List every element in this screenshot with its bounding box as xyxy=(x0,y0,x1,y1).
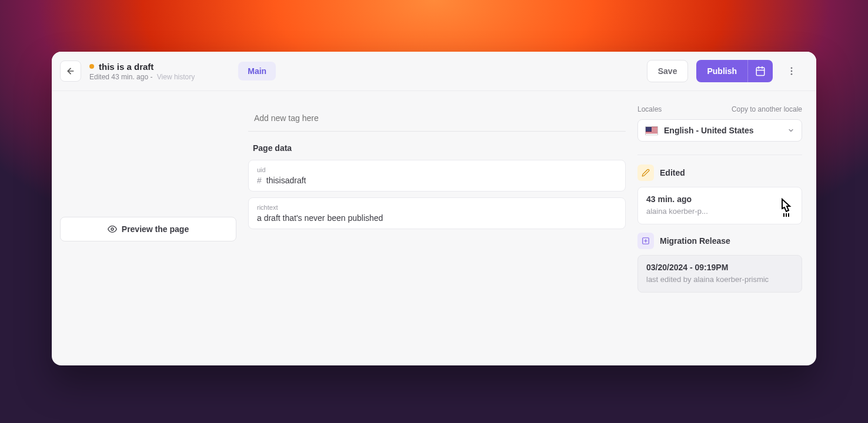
release-card-date: 03/20/2024 - 09:19PM xyxy=(646,263,793,272)
publish-group: Publish xyxy=(696,60,773,82)
edited-card[interactable]: 43 min. ago alaina koerber-p... xyxy=(637,187,802,224)
view-history-link[interactable]: View history xyxy=(157,73,195,81)
richtext-label: richtext xyxy=(257,204,617,211)
tag-input[interactable] xyxy=(248,105,626,132)
divider xyxy=(637,155,802,155)
svg-rect-1 xyxy=(756,68,764,76)
svg-point-7 xyxy=(791,73,793,75)
locale-select[interactable]: English - United States xyxy=(637,119,802,142)
tab-main[interactable]: Main xyxy=(238,62,276,80)
release-icon xyxy=(637,233,654,249)
edited-card-time: 43 min. ago xyxy=(646,194,793,204)
eye-icon xyxy=(108,224,117,234)
edited-prefix: Edited xyxy=(89,73,111,81)
calendar-icon xyxy=(755,66,766,76)
richtext-value: a draft that's never been published xyxy=(257,213,617,223)
section-page-data-title: Page data xyxy=(248,143,626,153)
release-card[interactable]: 03/20/2024 - 09:19PM last edited by alai… xyxy=(637,255,802,293)
edited-separator: - xyxy=(148,73,155,81)
title-block: this is a draft Edited 43 min. ago - Vie… xyxy=(89,62,195,81)
status-dot-draft-icon xyxy=(89,64,94,69)
body: Preview the page Page data uid # thisisa… xyxy=(52,91,816,365)
pencil-icon xyxy=(637,164,654,181)
kebab-icon xyxy=(786,66,797,76)
edited-subrow: Edited 43 min. ago - View history xyxy=(89,73,195,81)
flag-us-icon xyxy=(645,126,658,135)
schedule-button[interactable] xyxy=(747,60,773,82)
edited-section-label: Edited xyxy=(660,168,685,177)
header-bar: this is a draft Edited 43 min. ago - Vie… xyxy=(52,52,816,91)
locales-label: Locales xyxy=(637,105,662,113)
edited-time: 43 min. ago xyxy=(111,73,148,81)
edited-card-author: alaina koerber-p... xyxy=(646,206,793,217)
preview-label: Preview the page xyxy=(122,224,189,234)
back-button[interactable] xyxy=(60,61,81,82)
locale-value: English - United States xyxy=(664,126,753,135)
svg-point-8 xyxy=(111,228,113,230)
svg-point-5 xyxy=(791,67,793,69)
richtext-field[interactable]: richtext a draft that's never been publi… xyxy=(248,197,626,229)
release-card-detail: last edited by alaina koerber-prismic xyxy=(646,274,793,285)
save-button[interactable]: Save xyxy=(647,60,689,82)
release-section-head: Migration Release xyxy=(637,233,802,249)
preview-page-button[interactable]: Preview the page xyxy=(60,217,236,241)
left-column: Preview the page xyxy=(60,105,236,351)
hash-icon: # xyxy=(257,176,262,185)
app-window: this is a draft Edited 43 min. ago - Vie… xyxy=(52,52,816,365)
center-column: Page data uid # thisisadraft richtext a … xyxy=(248,105,626,351)
uid-value: thisisadraft xyxy=(266,176,306,185)
release-section-label: Migration Release xyxy=(660,236,730,246)
arrow-left-icon xyxy=(66,66,75,76)
uid-field[interactable]: uid # thisisadraft xyxy=(248,160,626,192)
uid-label: uid xyxy=(257,166,617,173)
copy-locale-link[interactable]: Copy to another locale xyxy=(732,105,802,113)
page-title: this is a draft xyxy=(99,62,153,72)
edited-section-head: Edited xyxy=(637,164,802,181)
more-menu-button[interactable] xyxy=(781,61,802,82)
svg-point-6 xyxy=(791,70,793,72)
chevron-down-icon xyxy=(787,127,794,134)
publish-button[interactable]: Publish xyxy=(696,60,747,82)
right-column: Locales Copy to another locale English -… xyxy=(637,105,802,351)
